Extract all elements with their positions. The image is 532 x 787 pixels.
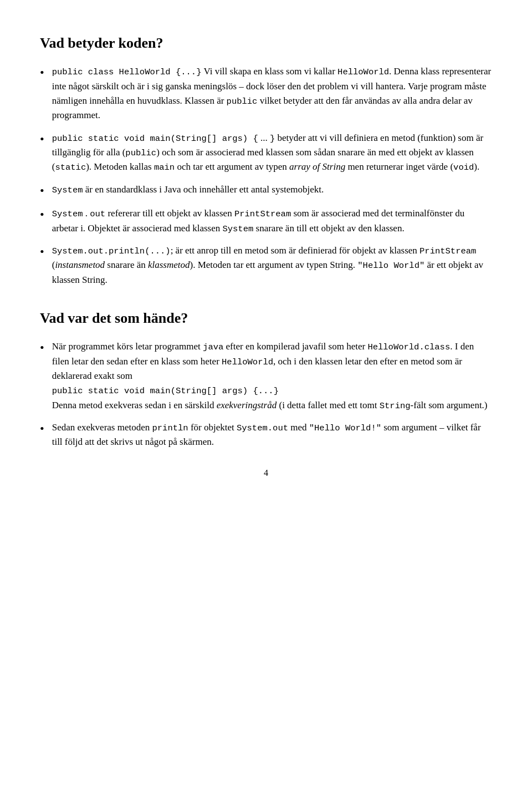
bullet-content: När programmet körs letar programmet jav… (52, 339, 492, 413)
italic-span: exekveringstråd (217, 400, 277, 410)
code-span: "Hello World" (357, 261, 424, 271)
section2-title: Vad var det som hände? (40, 307, 492, 329)
bullet-dot: • (40, 421, 44, 437)
code-span: java (203, 342, 223, 352)
bullet-list-section1: • public class HelloWorld {...} Vi vill … (40, 64, 492, 287)
bullet-dot: • (40, 340, 44, 356)
code-span: public (227, 97, 258, 106)
code-span: "Hello World!" (309, 423, 381, 433)
bullet-dot: • (40, 244, 44, 260)
code-span: public static void main(String[] args) { (52, 134, 258, 144)
code-span: println (152, 423, 188, 433)
code-span: public static void main(String[] args) {… (52, 386, 279, 396)
bullet-content: public static void main(String[] args) {… (52, 131, 492, 175)
bullet-content: System . out refererar till ett objekt a… (52, 206, 492, 236)
list-item: • public class HelloWorld {...} Vi vill … (40, 64, 492, 123)
list-item: • System är en standardklass i Java och … (40, 182, 492, 199)
code-span: } (270, 134, 275, 144)
italic-span: array of String (289, 161, 345, 172)
bullet-content: public class HelloWorld {...} Vi vill sk… (52, 64, 492, 123)
code-span: void (453, 163, 474, 172)
italic-span: klassmetod (148, 260, 190, 270)
code-span: main (154, 163, 175, 172)
code-span: System (52, 209, 83, 219)
section1-title: Vad betyder koden? (40, 32, 492, 54)
list-item: • System.out.println(...); är ett anrop … (40, 243, 492, 287)
list-item: • När programmet körs letar programmet j… (40, 339, 492, 413)
page: Vad betyder koden? • public class HelloW… (0, 0, 532, 787)
code-span: public (125, 148, 156, 158)
code-span: System.out (237, 423, 288, 433)
bullet-content: System.out.println(...); är ett anrop ti… (52, 243, 492, 287)
code-span: public class HelloWorld { (52, 67, 181, 77)
bullet-dot: • (40, 207, 44, 223)
bullet-dot: • (40, 65, 44, 81)
bullet-content: Sedan exekveras metoden println för obje… (52, 420, 492, 450)
list-item: • System . out refererar till ett objekt… (40, 206, 492, 236)
code-span: PrintStream (234, 209, 291, 219)
code-span: ...} (181, 67, 201, 77)
code-span: HelloWorld (222, 357, 273, 367)
code-span: static (55, 163, 86, 172)
code-span: String (380, 401, 411, 411)
code-span: PrintStream (420, 246, 476, 256)
italic-span: instansmetod (55, 260, 105, 270)
page-number: 4 (40, 466, 492, 480)
bullet-dot: • (40, 131, 44, 148)
code-span: HelloWorld (337, 67, 389, 77)
bullet-content: System är en standardklass i Java och in… (52, 182, 492, 197)
code-span: System (222, 224, 253, 234)
list-item: • Sedan exekveras metoden println för ob… (40, 420, 492, 450)
list-item: • public static void main(String[] args)… (40, 131, 492, 175)
code-span: out (90, 209, 105, 219)
code-span: System.out.println(...) (52, 246, 171, 256)
code-span: HelloWorld.class (367, 342, 450, 352)
code-span: System (52, 185, 83, 195)
bullet-list-section2: • När programmet körs letar programmet j… (40, 339, 492, 449)
bullet-dot: • (40, 183, 44, 199)
